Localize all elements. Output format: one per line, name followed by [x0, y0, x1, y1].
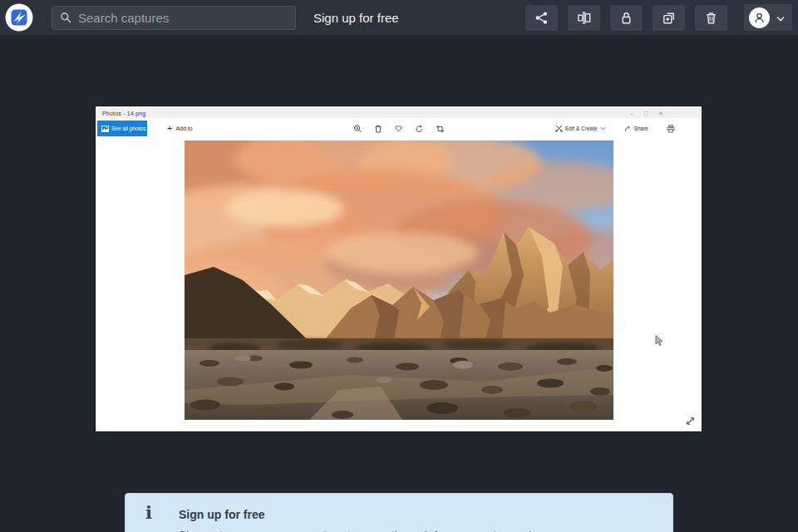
share-icon: [534, 10, 549, 26]
edit-create-button[interactable]: Edit & Create: [555, 125, 606, 132]
photos-window-title: Photos - 14.png: [97, 111, 145, 116]
crop-icon: [436, 125, 444, 133]
photos-toolbar: See all photos + Add to: [97, 118, 700, 140]
favorite-button[interactable]: [394, 125, 402, 132]
duplicate-icon: [661, 10, 677, 26]
lock-button[interactable]: [610, 5, 643, 31]
photos-window-titlebar: Photos - 14.png – □ ✕: [97, 108, 700, 118]
photos-window-controls: – □ ✕: [630, 108, 663, 118]
rename-icon: [576, 10, 592, 26]
person-icon: [752, 11, 766, 25]
print-button[interactable]: [667, 125, 675, 133]
edit-create-icon: [555, 125, 563, 132]
trash-icon: [374, 125, 382, 133]
plus-icon: +: [167, 124, 172, 133]
zoom-button[interactable]: [353, 125, 362, 133]
mouse-cursor-icon: [655, 335, 663, 350]
header-action-buttons: [525, 5, 727, 31]
photos-icon: [101, 126, 109, 132]
header-signup-link[interactable]: Sign up for free: [313, 11, 399, 25]
edit-create-label: Edit & Create: [565, 126, 598, 131]
delete-photo-button[interactable]: [374, 125, 382, 133]
print-icon: [667, 125, 675, 133]
duplicate-button[interactable]: [653, 5, 685, 31]
account-menu-button[interactable]: [744, 4, 792, 31]
avatar: [749, 7, 770, 28]
chevron-down-icon: [600, 126, 606, 131]
signup-panel-description: Sign up to access your recent captures o…: [179, 529, 557, 532]
see-all-photos-label: See all photos: [111, 126, 145, 131]
captured-photo: [185, 140, 613, 420]
minimize-icon[interactable]: –: [630, 111, 633, 116]
photo-canvas: [97, 140, 700, 430]
photos-center-tools: [353, 121, 444, 136]
crop-button[interactable]: [436, 125, 444, 133]
photos-share-button[interactable]: Share: [624, 125, 648, 132]
app-header: Sign up for free: [0, 0, 798, 35]
add-to-label: Add to: [175, 126, 192, 131]
see-all-photos-button[interactable]: See all photos: [97, 121, 147, 136]
capture-preview-card: Photos - 14.png – □ ✕ See all photos + A…: [96, 106, 702, 431]
share-button[interactable]: [525, 5, 558, 31]
rotate-icon: [415, 125, 423, 133]
share-arrow-icon: [624, 125, 632, 132]
photos-share-label: Share: [634, 126, 648, 131]
rotate-button[interactable]: [415, 125, 423, 133]
app-logo-icon[interactable]: [5, 3, 33, 32]
signup-panel: i Sign up for free Sign up to access you…: [125, 493, 673, 532]
search-box[interactable]: [52, 6, 296, 30]
rename-button[interactable]: [568, 5, 600, 31]
search-icon: [59, 11, 72, 24]
chevron-down-icon: [776, 10, 785, 25]
main-area: Photos - 14.png – □ ✕ See all photos + A…: [0, 35, 798, 532]
heart-icon: [394, 125, 402, 132]
info-icon: i: [145, 504, 152, 521]
expand-icon[interactable]: [685, 415, 696, 430]
trash-icon: [703, 10, 719, 26]
zoom-icon: [353, 125, 362, 133]
close-icon[interactable]: ✕: [658, 111, 663, 116]
photos-right-tools: Edit & Create Share: [555, 121, 675, 136]
search-input[interactable]: [78, 11, 288, 25]
delete-button[interactable]: [695, 5, 727, 31]
lock-icon: [618, 10, 634, 26]
add-to-button[interactable]: + Add to: [167, 121, 193, 136]
signup-panel-title: Sign up for free: [179, 508, 264, 521]
maximize-icon[interactable]: □: [644, 111, 648, 116]
